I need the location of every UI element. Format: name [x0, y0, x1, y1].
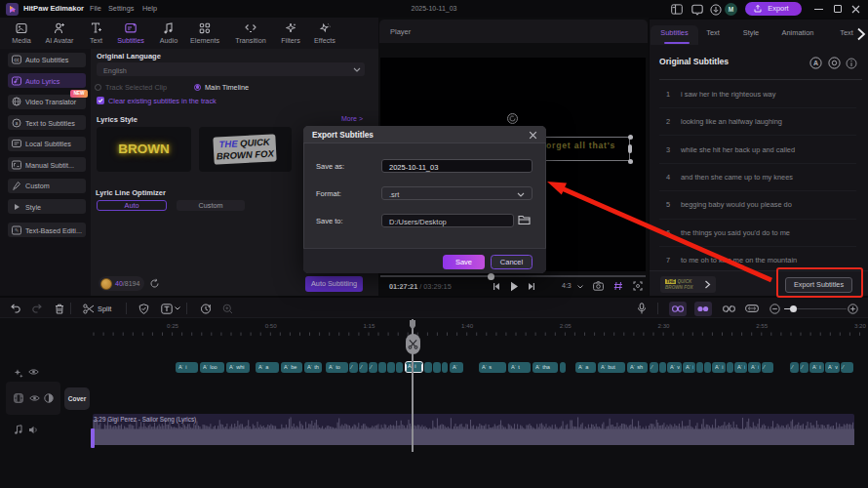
svg-text:1:40: 1:40: [461, 322, 474, 329]
svg-text:2:55: 2:55: [756, 322, 769, 329]
svg-text:0:25: 0:25: [167, 322, 179, 329]
svg-text:✎: ✎: [15, 227, 20, 233]
svg-text:3:20: 3:20: [854, 322, 867, 329]
svg-text:cc: cc: [14, 57, 20, 62]
svg-text:0:50: 0:50: [265, 322, 278, 329]
svg-text:A: A: [813, 60, 818, 66]
svg-text:a: a: [16, 121, 19, 126]
svg-text:1:15: 1:15: [363, 322, 375, 329]
svg-text:2:05: 2:05: [560, 322, 572, 329]
svg-text:2:30: 2:30: [657, 322, 670, 329]
